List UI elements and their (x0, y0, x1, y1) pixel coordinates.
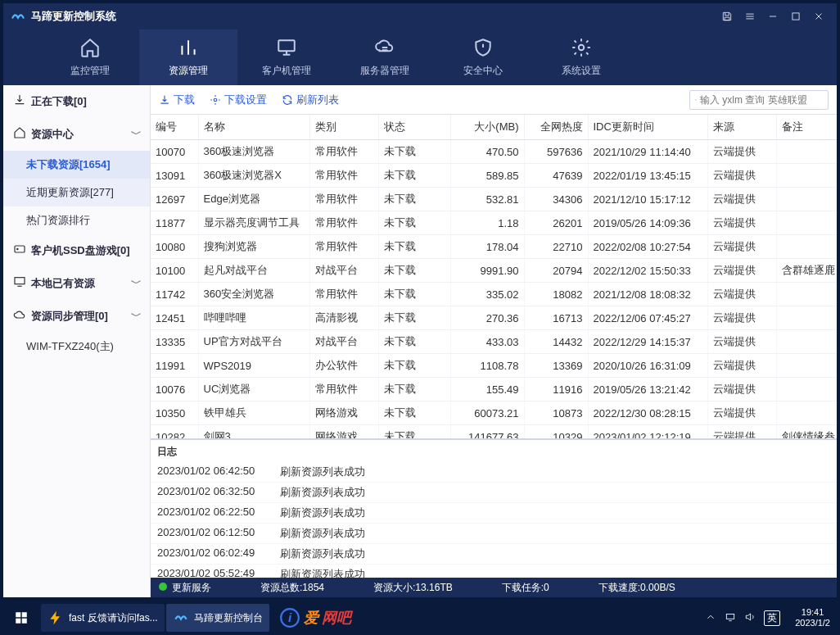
nav-security[interactable]: 安全中心 (434, 29, 532, 85)
taskbar-item-matihorse[interactable]: 马蹄更新控制台 (166, 604, 269, 632)
search-box[interactable] (689, 90, 829, 110)
col-heat[interactable]: 全网热度 (524, 115, 588, 140)
table-row[interactable]: 11742360安全浏览器常用软件未下载335.02180822021/12/0… (151, 283, 837, 306)
table-row[interactable]: 11991WPS2019办公软件未下载1108.78133692020/10/2… (151, 354, 837, 378)
col-src[interactable]: 来源 (707, 115, 776, 140)
info-icon: i (279, 607, 300, 628)
table-row[interactable]: 10282剑网3网络游戏未下载141677.63103292023/01/02 … (151, 425, 837, 439)
nav-label: 监控管理 (70, 64, 110, 78)
log-title: 日志 (151, 440, 837, 462)
nav-server[interactable]: 服务器管理 (336, 29, 434, 85)
nav-label: 服务器管理 (360, 64, 409, 78)
app-window: 马蹄更新控制系统 监控管理 资源管理 客户机管理 服务器管理 安全中心 (3, 3, 837, 597)
nav-resource[interactable]: 资源管理 (139, 29, 237, 85)
table-row[interactable]: 10070360极速浏览器常用软件未下载470.505976362021/10/… (151, 140, 837, 164)
monitor-icon (276, 37, 297, 61)
bars-icon (178, 37, 199, 61)
taskbar-item-fast[interactable]: fast 反馈请访问fas... (41, 604, 165, 632)
col-remark[interactable]: 备注 (776, 115, 837, 140)
nav-label: 资源管理 (169, 64, 208, 78)
col-time[interactable]: IDC更新时间 (588, 115, 707, 140)
svg-point-2 (579, 45, 585, 51)
os-taskbar: fast 反馈请访问fas... 马蹄更新控制台 i 爱 网吧 英 19:41 … (0, 601, 840, 635)
table-row[interactable]: 10100起凡对战平台对战平台未下载9991.90207942022/12/02… (151, 259, 837, 283)
taskbar-clock[interactable]: 19:41 2023/1/2 (788, 607, 837, 628)
bolt-icon (47, 610, 64, 626)
nav-label: 安全中心 (463, 64, 503, 78)
maximize-icon[interactable] (784, 5, 807, 28)
status-total: 资源总数:1854 (260, 581, 324, 595)
table-row[interactable]: 10080搜狗浏览器常用软件未下载178.04227102022/02/08 1… (151, 235, 837, 259)
table-row[interactable]: 12697Edge浏览器常用软件未下载532.81343062021/12/10… (151, 188, 837, 211)
disk-icon (13, 243, 26, 258)
tray-volume-icon[interactable] (744, 611, 756, 625)
svg-rect-10 (16, 619, 20, 624)
titlebar: 马蹄更新控制系统 (3, 3, 837, 29)
sidebar-downloading[interactable]: 正在下载[0] (3, 85, 150, 118)
table-row[interactable]: 12451哔哩哔哩高清影视未下载270.36167132022/12/06 07… (151, 306, 837, 330)
resource-table: 编号 名称 类别 状态 大小(MB) 全网热度 IDC更新时间 来源 备注 (151, 115, 837, 438)
svg-rect-11 (22, 619, 27, 624)
table-row[interactable]: 13091360极速浏览器X常用软件未下载589.85476392022/01/… (151, 164, 837, 188)
svg-rect-14 (727, 614, 734, 619)
sidebar-server-node[interactable]: WIM-TFXZ240(主) (3, 333, 150, 361)
sidebar-client-ssd[interactable]: 客户机SSD盘游戏[0] (3, 234, 150, 267)
brand-logo: i 爱 网吧 (279, 607, 351, 628)
search-input[interactable] (700, 94, 823, 106)
col-name[interactable]: 名称 (198, 115, 309, 140)
status-service: 更新服务 (159, 581, 211, 595)
main-content: 下载 下载设置 刷新列表 (151, 85, 837, 597)
download-button[interactable]: 下载 (159, 93, 195, 107)
sidebar-resource-center[interactable]: 资源中心 ﹀ (3, 118, 150, 151)
nav-settings[interactable]: 系统设置 (532, 29, 630, 85)
sidebar-hot-ranking[interactable]: 热门资源排行 (3, 206, 150, 234)
sidebar-not-downloaded[interactable]: 未下载资源[1654] (3, 151, 150, 179)
svg-rect-9 (22, 612, 27, 617)
log-row: 2023/01/02 06:22:50刷新资源列表成功 (151, 503, 837, 524)
table-row[interactable]: 11877显示器亮度调节工具常用软件未下载1.18262012019/05/26… (151, 211, 837, 235)
log-row: 2023/01/02 06:32:50刷新资源列表成功 (151, 483, 837, 503)
col-status[interactable]: 状态 (378, 115, 450, 140)
minimize-icon[interactable] (761, 5, 784, 28)
toolbar: 下载 下载设置 刷新列表 (151, 85, 837, 115)
system-tray: 英 (698, 610, 787, 626)
svg-point-6 (214, 98, 217, 102)
nav-monitor[interactable]: 监控管理 (41, 29, 139, 85)
download-settings-button[interactable]: 下载设置 (210, 93, 267, 107)
table-row[interactable]: 10350铁甲雄兵网络游戏未下载60073.21108732022/12/30 … (151, 401, 837, 425)
sidebar-label: 正在下载[0] (31, 94, 87, 109)
table-row[interactable]: 13335UP官方对战平台对战平台未下载433.03144322022/12/2… (151, 330, 837, 354)
svg-rect-5 (15, 278, 25, 284)
sidebar-label: 客户机SSD盘游戏[0] (31, 243, 130, 258)
sidebar-sync-mgmt[interactable]: 资源同步管理[0] ﹀ (3, 300, 150, 333)
menu-icon[interactable] (738, 5, 761, 28)
status-tasks: 下载任务:0 (502, 581, 549, 595)
tray-ime[interactable]: 英 (764, 610, 780, 626)
sidebar-label: 资源同步管理[0] (31, 309, 108, 324)
sidebar-label: 本地已有资源 (31, 276, 95, 291)
status-dot-icon (159, 583, 167, 591)
shield-icon (472, 37, 494, 61)
close-icon[interactable] (807, 5, 830, 28)
statusbar: 更新服务 资源总数:1854 资源大小:13.16TB 下载任务:0 下载速度:… (151, 578, 837, 597)
status-size: 资源大小:13.16TB (373, 581, 453, 595)
tray-chevron-icon[interactable] (705, 611, 716, 625)
col-size[interactable]: 大小(MB) (450, 115, 524, 140)
save-icon[interactable] (716, 5, 738, 28)
app-logo-icon (10, 8, 26, 25)
sidebar-local-has[interactable]: 本地已有资源 ﹀ (3, 267, 150, 300)
log-panel: 日志 2023/01/02 06:42:50刷新资源列表成功2023/01/02… (151, 438, 837, 578)
chevron-down-icon: ﹀ (131, 276, 142, 291)
start-button[interactable] (3, 601, 39, 635)
refresh-list-button[interactable]: 刷新列表 (282, 93, 339, 107)
sidebar-recent-updates[interactable]: 近期更新资源[277] (3, 179, 150, 206)
nav-client[interactable]: 客户机管理 (237, 29, 336, 85)
svg-rect-3 (15, 246, 25, 252)
main-navbar: 监控管理 资源管理 客户机管理 服务器管理 安全中心 系统设置 (3, 29, 837, 85)
col-id[interactable]: 编号 (151, 115, 198, 140)
app-title: 马蹄更新控制系统 (31, 9, 116, 24)
table-row[interactable]: 10076UC浏览器常用软件未下载155.49119162019/05/26 1… (151, 378, 837, 401)
tray-network-icon[interactable] (725, 611, 736, 625)
search-icon (695, 94, 697, 106)
col-cat[interactable]: 类别 (309, 115, 378, 140)
